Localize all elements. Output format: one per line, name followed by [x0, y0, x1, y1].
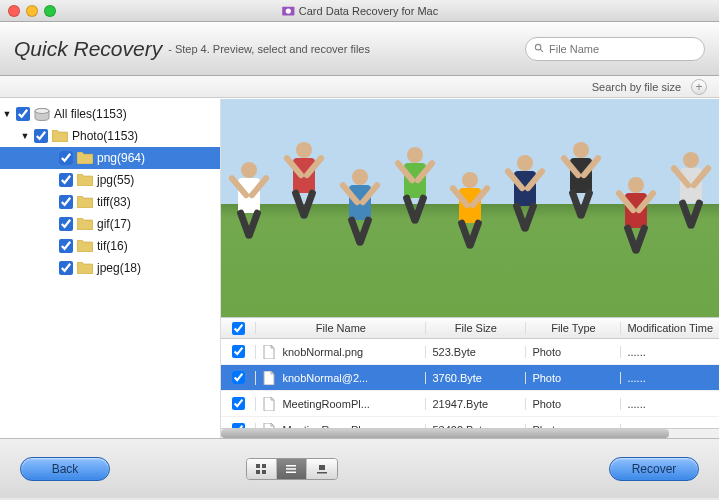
tree-item-label: jpeg(18)	[97, 261, 141, 275]
tree-item-label: Photo(1153)	[72, 129, 138, 143]
folder-icon	[52, 129, 68, 143]
file-name: knobNormal.png	[282, 346, 363, 358]
disclosure-triangle-icon[interactable]: ▼	[2, 109, 12, 119]
tree-item[interactable]: tif(16)	[0, 235, 220, 257]
back-button[interactable]: Back	[20, 457, 110, 481]
table-row[interactable]: MeetingRoomPl...21947.BytePhoto......	[221, 391, 719, 417]
tree-item-label: png(964)	[97, 151, 145, 165]
tree-item[interactable]: ▼Photo(1153)	[0, 125, 220, 147]
svg-point-2	[535, 44, 541, 50]
tree-item-label: tif(16)	[97, 239, 128, 253]
select-all-checkbox[interactable]	[221, 322, 255, 335]
svg-rect-10	[286, 465, 296, 467]
tree-item-label: tiff(83)	[97, 195, 131, 209]
svg-rect-14	[317, 472, 327, 474]
footer: Back Recover	[0, 438, 719, 498]
tree-item-checkbox[interactable]	[34, 129, 48, 143]
page-subtitle: - Step 4. Preview, select and recover fi…	[168, 43, 370, 55]
row-checkbox[interactable]	[232, 371, 245, 384]
folder-icon	[77, 195, 93, 209]
disk-icon	[34, 107, 50, 121]
table-body[interactable]: knobNormal.png523.BytePhoto......knobNor…	[221, 339, 719, 428]
tree-item-checkbox[interactable]	[59, 239, 73, 253]
file-table: File Name File Size File Type Modificati…	[221, 317, 719, 438]
table-row[interactable]: MeetingRoomPl...53402.BytePhoto......	[221, 417, 719, 428]
file-time: ......	[620, 372, 719, 384]
folder-icon	[77, 173, 93, 187]
tree-item-checkbox[interactable]	[59, 195, 73, 209]
file-type: Photo	[525, 398, 620, 410]
add-filter-button[interactable]: +	[691, 79, 707, 95]
close-window-button[interactable]	[8, 5, 20, 17]
tree-item[interactable]: ▼All files(1153)	[0, 103, 220, 125]
svg-line-3	[540, 49, 543, 52]
page-title: Quick Recovery	[14, 37, 162, 61]
file-size: 21947.Byte	[425, 398, 525, 410]
file-name: MeetingRoomPl...	[282, 398, 369, 410]
file-size: 3760.Byte	[425, 372, 525, 384]
horizontal-scrollbar[interactable]	[221, 428, 719, 438]
disclosure-triangle-icon[interactable]: ▼	[20, 131, 30, 141]
file-type: Photo	[525, 346, 620, 358]
titlebar: Card Data Recovery for Mac	[0, 0, 719, 22]
table-row[interactable]: knobNormal@2...3760.BytePhoto......	[221, 365, 719, 391]
tree-item-checkbox[interactable]	[16, 107, 30, 121]
file-name: knobNormal@2...	[282, 372, 368, 384]
minimize-window-button[interactable]	[26, 5, 38, 17]
tree-item[interactable]: gif(17)	[0, 213, 220, 235]
file-time: ......	[620, 346, 719, 358]
tree-item-checkbox[interactable]	[59, 261, 73, 275]
table-header: File Name File Size File Type Modificati…	[221, 317, 719, 339]
table-row[interactable]: knobNormal.png523.BytePhoto......	[221, 339, 719, 365]
file-tree[interactable]: ▼All files(1153)▼Photo(1153)png(964)jpg(…	[0, 99, 221, 438]
tree-item-checkbox[interactable]	[59, 151, 73, 165]
search-input[interactable]	[549, 43, 696, 55]
column-header-size[interactable]: File Size	[425, 322, 525, 334]
svg-point-1	[285, 8, 290, 13]
grid-view-button[interactable]	[247, 459, 277, 479]
file-icon	[262, 345, 276, 359]
folder-icon	[77, 151, 93, 165]
view-mode-segmented-control[interactable]	[246, 458, 338, 480]
file-icon	[262, 371, 276, 385]
coverflow-view-button[interactable]	[307, 459, 337, 479]
file-time: ......	[620, 398, 719, 410]
file-type: Photo	[525, 372, 620, 384]
file-size: 523.Byte	[425, 346, 525, 358]
svg-rect-6	[256, 464, 260, 468]
row-checkbox[interactable]	[232, 345, 245, 358]
right-pane: File Name File Size File Type Modificati…	[221, 99, 719, 438]
column-header-type[interactable]: File Type	[525, 322, 620, 334]
image-preview	[221, 99, 719, 317]
search-input-container[interactable]	[525, 37, 705, 61]
tree-item-label: All files(1153)	[54, 107, 127, 121]
search-icon	[534, 43, 545, 54]
column-header-name[interactable]: File Name	[255, 322, 425, 334]
tree-item-checkbox[interactable]	[59, 173, 73, 187]
tree-item[interactable]: jpeg(18)	[0, 257, 220, 279]
file-icon	[262, 397, 276, 411]
folder-icon	[77, 261, 93, 275]
list-view-button[interactable]	[277, 459, 307, 479]
column-header-time[interactable]: Modification Time	[620, 322, 719, 334]
app-icon	[281, 4, 295, 18]
recover-button[interactable]: Recover	[609, 457, 699, 481]
svg-rect-9	[262, 470, 266, 474]
row-checkbox[interactable]	[232, 397, 245, 410]
window-title: Card Data Recovery for Mac	[281, 4, 438, 18]
toolbar: Search by file size +	[0, 76, 719, 98]
tree-item[interactable]: tiff(83)	[0, 191, 220, 213]
search-by-size-label[interactable]: Search by file size	[592, 81, 681, 93]
svg-point-5	[35, 108, 49, 113]
tree-item-checkbox[interactable]	[59, 217, 73, 231]
svg-rect-7	[262, 464, 266, 468]
preview-image	[221, 99, 719, 317]
tree-item[interactable]: png(964)	[0, 147, 220, 169]
header: Quick Recovery - Step 4. Preview, select…	[0, 22, 719, 76]
traffic-lights	[8, 5, 56, 17]
tree-item-label: jpg(55)	[97, 173, 134, 187]
svg-rect-13	[319, 465, 325, 470]
folder-icon	[77, 239, 93, 253]
maximize-window-button[interactable]	[44, 5, 56, 17]
tree-item[interactable]: jpg(55)	[0, 169, 220, 191]
